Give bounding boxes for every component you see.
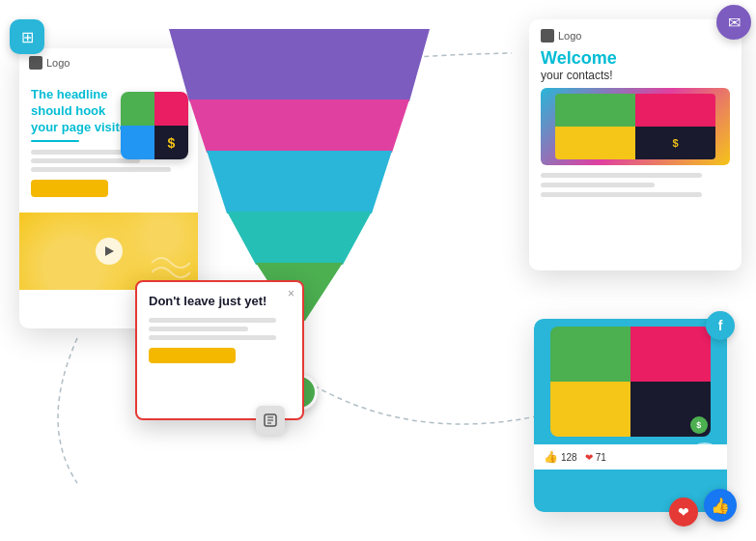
- email-image-box: $: [541, 88, 730, 165]
- email-icon-bubble[interactable]: ✉: [716, 5, 751, 40]
- facebook-bubble[interactable]: f: [706, 311, 735, 340]
- svg-point-6: [674, 450, 693, 464]
- social-card-inner: $ 👍 128 ❤ 71: [534, 319, 727, 512]
- popup-card: × Don't leave just yet!: [135, 280, 304, 420]
- likes-count: 128: [561, 452, 577, 463]
- social-grid-bl: [550, 382, 630, 437]
- landing-line-3: [31, 167, 171, 172]
- social-dollar-badge: $: [690, 416, 708, 434]
- email-card-title: Welcome your contacts!: [529, 48, 742, 88]
- popup-cta-button[interactable]: [149, 348, 236, 363]
- layout-icon: ⊞: [21, 28, 34, 46]
- social-card: $ 👍 128 ❤ 71: [534, 319, 727, 512]
- layout-icon-bubble[interactable]: ⊞: [10, 19, 44, 54]
- funnel-level-1: [154, 29, 444, 101]
- facebook-icon: f: [718, 318, 723, 333]
- reaction-icon: ❤: [585, 452, 593, 463]
- landing-logo-text: Logo: [46, 57, 70, 69]
- funnel-level-2: [154, 100, 444, 153]
- landing-line-2: [31, 158, 140, 163]
- email-grid-tl: [555, 94, 635, 127]
- email-line-3: [541, 192, 702, 197]
- email-grid-br: $: [635, 127, 715, 159]
- social-grid-tr: [630, 327, 711, 382]
- landing-underline: [31, 140, 79, 142]
- email-welcome-text: Welcome: [541, 48, 730, 69]
- landing-cta-button[interactable]: [31, 180, 108, 197]
- social-image-box: $: [550, 327, 711, 437]
- popup-title: Don't leave just yet!: [149, 294, 291, 310]
- popup-icon-bubble[interactable]: [256, 406, 285, 435]
- social-grid-tl: [550, 327, 630, 382]
- email-line-1: [541, 173, 702, 178]
- social-reactions: ❤ 71: [585, 452, 606, 463]
- popup-line-3: [149, 335, 276, 340]
- play-icon: [105, 246, 114, 256]
- email-card: Logo Welcome your contacts! $: [529, 19, 742, 270]
- like-icon: 👍: [544, 450, 558, 464]
- landing-logo-icon: [29, 56, 42, 70]
- heart-icon: ❤: [678, 504, 689, 520]
- email-icon: ✉: [728, 14, 741, 32]
- heart-bubble[interactable]: ❤: [669, 498, 698, 527]
- social-image-area: $: [534, 319, 727, 444]
- email-grid-bl: [555, 127, 635, 159]
- social-likes: 👍 128: [544, 450, 577, 464]
- popup-line-1: [149, 318, 276, 323]
- main-scene: ⊞ ✉ Logo The headline should hook your p…: [0, 0, 756, 541]
- popup-line-2: [149, 327, 248, 331]
- email-subtitle-text: your contacts!: [541, 69, 730, 82]
- thumbs-up-bubble[interactable]: 👍: [704, 489, 737, 522]
- svg-point-5: [691, 442, 718, 460]
- popup-text-lines: [149, 318, 291, 340]
- reactions-count: 71: [596, 452, 606, 463]
- email-card-header: Logo: [529, 19, 742, 48]
- email-image-area: $: [529, 88, 742, 165]
- cloud-decoration: [674, 440, 722, 464]
- email-grid-tr: [635, 94, 715, 127]
- popup-icon: [264, 413, 277, 427]
- email-logo-icon: [541, 29, 554, 43]
- email-text-lines: [529, 173, 742, 197]
- email-logo-text: Logo: [558, 30, 581, 42]
- email-line-2: [541, 183, 655, 187]
- email-image-grid: $: [555, 94, 716, 159]
- play-button[interactable]: [96, 238, 123, 265]
- email-colorful-bg: $: [541, 88, 730, 165]
- funnel-level-4: [154, 212, 444, 265]
- funnel-level-3: [154, 151, 444, 214]
- popup-close-button[interactable]: ×: [288, 287, 294, 300]
- social-grid-br: $: [630, 382, 711, 437]
- thumbs-up-icon: 👍: [711, 497, 730, 515]
